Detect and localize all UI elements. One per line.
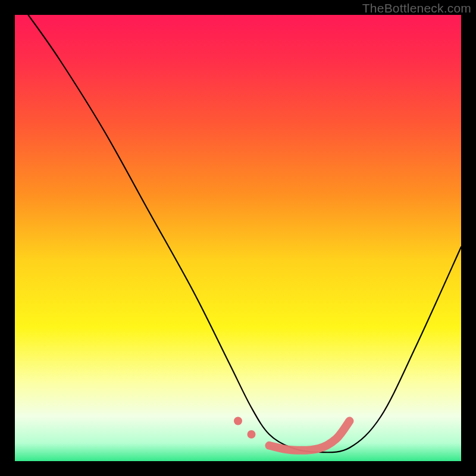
watermark-text: TheBottleneck.com bbox=[362, 1, 471, 15]
chart-svg bbox=[15, 15, 461, 461]
chart-plot-area bbox=[15, 15, 461, 461]
chart-background-gradient bbox=[15, 15, 461, 461]
optimal-range-dot bbox=[248, 430, 256, 439]
optimal-range-dot bbox=[234, 417, 242, 425]
chart-frame: TheBottleneck.com bbox=[0, 0, 476, 476]
